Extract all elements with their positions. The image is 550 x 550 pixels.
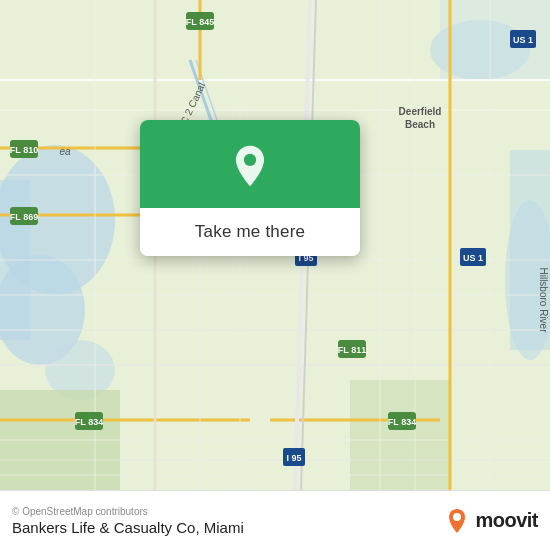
map-container: FL 845 FL 810 FL 869 FL 834 FL 834 I 95 …	[0, 0, 550, 490]
hillsboro-river-label: Hillsboro River	[538, 267, 549, 333]
copyright-text: © OpenStreetMap contributors	[12, 506, 244, 517]
fl-845-label: FL 845	[186, 17, 214, 27]
location-name: Bankers Life & Casualty Co, Miami	[12, 519, 244, 536]
fl-834-right-label: FL 834	[388, 417, 416, 427]
svg-point-50	[244, 154, 256, 166]
deerfield-beach-label2: Beach	[405, 119, 435, 130]
fl-811-label: FL 811	[338, 345, 366, 355]
moovit-icon	[443, 507, 471, 535]
deerfield-beach-label: Deerfield	[399, 106, 442, 117]
take-me-there-button[interactable]: Take me there	[140, 208, 360, 256]
svg-point-51	[453, 513, 461, 521]
fl-869-label: FL 869	[10, 212, 38, 222]
i-95-bottom-label: I 95	[286, 453, 301, 463]
us-1-top-label: US 1	[513, 35, 533, 45]
bottom-bar: © OpenStreetMap contributors Bankers Lif…	[0, 490, 550, 550]
ea-label: ea	[59, 146, 71, 157]
tooltip-icon-area	[140, 120, 360, 208]
location-pin-icon	[228, 144, 272, 188]
svg-rect-10	[350, 380, 450, 490]
moovit-text: moovit	[475, 509, 538, 532]
bottom-left-info: © OpenStreetMap contributors Bankers Lif…	[12, 506, 244, 536]
moovit-logo: moovit	[443, 507, 538, 535]
us-1-mid-label: US 1	[463, 253, 483, 263]
location-tooltip: Take me there	[140, 120, 360, 256]
fl-834-left-label: FL 834	[75, 417, 103, 427]
fl-810-label: FL 810	[10, 145, 38, 155]
